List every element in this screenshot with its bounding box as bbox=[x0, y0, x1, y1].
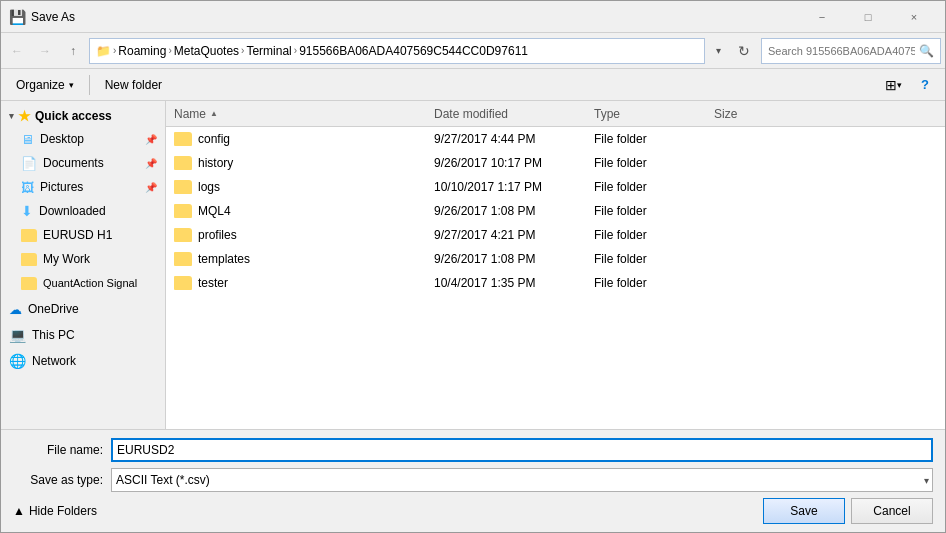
view-button[interactable]: ⊞ ▾ bbox=[877, 73, 909, 97]
sidebar-section-network: 🌐 Network bbox=[1, 349, 165, 373]
savetype-row: Save as type: ASCII Text (*.csv) ▾ bbox=[13, 468, 933, 492]
sidebar-section-quick-access: ▾ ★ Quick access 🖥 Desktop 📌 📄 Documents… bbox=[1, 105, 165, 295]
sort-arrow-icon: ▲ bbox=[210, 109, 218, 118]
address-bar: ← → ↑ 📁 › Roaming › MetaQuotes › Termina… bbox=[1, 33, 945, 69]
organize-button[interactable]: Organize ▾ bbox=[9, 73, 81, 97]
address-path[interactable]: 📁 › Roaming › MetaQuotes › Terminal › 91… bbox=[89, 38, 705, 64]
file-cell-type: File folder bbox=[594, 132, 714, 146]
sidebar-item-documents[interactable]: 📄 Documents 📌 bbox=[1, 151, 165, 175]
back-button[interactable]: ← bbox=[5, 39, 29, 63]
sidebar-item-pictures[interactable]: 🖼 Pictures 📌 bbox=[1, 175, 165, 199]
sidebar-item-documents-label: Documents bbox=[43, 156, 104, 170]
folder-icon bbox=[174, 180, 192, 194]
file-cell-date: 9/27/2017 4:44 PM bbox=[434, 132, 594, 146]
column-date-modified[interactable]: Date modified bbox=[434, 107, 594, 121]
sidebar-item-pictures-label: Pictures bbox=[40, 180, 83, 194]
sidebar-item-downloaded[interactable]: ⬇ Downloaded bbox=[1, 199, 165, 223]
table-row[interactable]: profiles 9/27/2017 4:21 PM File folder bbox=[166, 223, 945, 247]
minimize-button[interactable]: − bbox=[799, 1, 845, 33]
window-controls: − □ × bbox=[799, 1, 937, 33]
pin-icon-docs: 📌 bbox=[145, 158, 157, 169]
view-dropdown-icon: ▾ bbox=[897, 80, 902, 90]
table-row[interactable]: config 9/27/2017 4:44 PM File folder bbox=[166, 127, 945, 151]
save-button[interactable]: Save bbox=[763, 498, 845, 524]
file-cell-name: tester bbox=[174, 276, 434, 290]
documents-icon: 📄 bbox=[21, 156, 37, 171]
breadcrumb-folder-icon[interactable]: 📁 bbox=[96, 44, 111, 58]
quick-access-header[interactable]: ▾ ★ Quick access bbox=[1, 105, 165, 127]
cancel-button[interactable]: Cancel bbox=[851, 498, 933, 524]
breadcrumb-terminal[interactable]: Terminal bbox=[246, 44, 291, 58]
column-type[interactable]: Type bbox=[594, 107, 714, 121]
new-folder-label: New folder bbox=[105, 78, 162, 92]
search-icon: 🔍 bbox=[919, 44, 934, 58]
sidebar-item-onedrive[interactable]: ☁ OneDrive bbox=[1, 297, 165, 321]
downloaded-icon: ⬇ bbox=[21, 203, 33, 219]
column-name[interactable]: Name ▲ bbox=[174, 107, 434, 121]
folder-icon-eurusd bbox=[21, 229, 37, 242]
maximize-button[interactable]: □ bbox=[845, 1, 891, 33]
table-row[interactable]: tester 10/4/2017 1:35 PM File folder bbox=[166, 271, 945, 295]
new-folder-button[interactable]: New folder bbox=[98, 73, 169, 97]
sidebar-item-thispc-label: This PC bbox=[32, 328, 75, 342]
breadcrumb-roaming[interactable]: Roaming bbox=[118, 44, 166, 58]
folder-icon bbox=[174, 132, 192, 146]
file-name-text: tester bbox=[198, 276, 228, 290]
column-size[interactable]: Size bbox=[714, 107, 794, 121]
savetype-select[interactable]: ASCII Text (*.csv) bbox=[111, 468, 933, 492]
table-row[interactable]: history 9/26/2017 10:17 PM File folder bbox=[166, 151, 945, 175]
file-cell-name: history bbox=[174, 156, 434, 170]
forward-button[interactable]: → bbox=[33, 39, 57, 63]
filename-row: File name: bbox=[13, 438, 933, 462]
table-row[interactable]: logs 10/10/2017 1:17 PM File folder bbox=[166, 175, 945, 199]
file-cell-name: config bbox=[174, 132, 434, 146]
folder-icon bbox=[174, 204, 192, 218]
sidebar-item-quantaction-label: QuantAction Signal bbox=[43, 277, 137, 289]
sidebar-item-thispc[interactable]: 💻 This PC bbox=[1, 323, 165, 347]
folder-icon bbox=[174, 252, 192, 266]
sidebar-item-desktop[interactable]: 🖥 Desktop 📌 bbox=[1, 127, 165, 151]
help-button[interactable]: ? bbox=[913, 73, 937, 97]
file-cell-date: 9/26/2017 1:08 PM bbox=[434, 252, 594, 266]
thispc-icon: 💻 bbox=[9, 327, 26, 343]
column-name-label: Name bbox=[174, 107, 206, 121]
file-cell-name: templates bbox=[174, 252, 434, 266]
up-button[interactable]: ↑ bbox=[61, 39, 85, 63]
filename-input[interactable] bbox=[111, 438, 933, 462]
file-name-text: config bbox=[198, 132, 230, 146]
hide-folders-collapse-icon: ▲ bbox=[13, 504, 25, 518]
organize-label: Organize bbox=[16, 78, 65, 92]
file-cell-type: File folder bbox=[594, 180, 714, 194]
search-input[interactable] bbox=[768, 45, 915, 57]
file-name-text: logs bbox=[198, 180, 220, 194]
file-cell-name: logs bbox=[174, 180, 434, 194]
sidebar-item-network-label: Network bbox=[32, 354, 76, 368]
breadcrumb: 📁 › Roaming › MetaQuotes › Terminal › 91… bbox=[96, 44, 528, 58]
refresh-button[interactable]: ↻ bbox=[731, 38, 757, 64]
sidebar-item-eurusd[interactable]: EURUSD H1 bbox=[1, 223, 165, 247]
toolbar: Organize ▾ New folder ⊞ ▾ ? bbox=[1, 69, 945, 101]
search-box[interactable]: 🔍 bbox=[761, 38, 941, 64]
address-dropdown-button[interactable]: ▾ bbox=[709, 39, 727, 63]
column-size-label: Size bbox=[714, 107, 737, 121]
sidebar-item-network[interactable]: 🌐 Network bbox=[1, 349, 165, 373]
close-button[interactable]: × bbox=[891, 1, 937, 33]
folder-icon bbox=[174, 228, 192, 242]
sidebar-item-downloaded-label: Downloaded bbox=[39, 204, 106, 218]
filename-label: File name: bbox=[13, 443, 103, 457]
save-label: Save bbox=[790, 504, 817, 518]
breadcrumb-hash[interactable]: 915566BA06ADA407569C544CC0D97611 bbox=[299, 44, 528, 58]
table-row[interactable]: MQL4 9/26/2017 1:08 PM File folder bbox=[166, 199, 945, 223]
breadcrumb-metaquotes[interactable]: MetaQuotes bbox=[174, 44, 239, 58]
desktop-icon: 🖥 bbox=[21, 132, 34, 147]
cancel-label: Cancel bbox=[873, 504, 910, 518]
file-cell-type: File folder bbox=[594, 252, 714, 266]
sidebar-item-mywork[interactable]: My Work bbox=[1, 247, 165, 271]
folder-icon bbox=[174, 156, 192, 170]
table-row[interactable]: templates 9/26/2017 1:08 PM File folder bbox=[166, 247, 945, 271]
file-rows-container: config 9/27/2017 4:44 PM File folder his… bbox=[166, 127, 945, 295]
hide-folders-button[interactable]: ▲ Hide Folders bbox=[13, 504, 97, 518]
sidebar-item-quantaction[interactable]: QuantAction Signal bbox=[1, 271, 165, 295]
pictures-icon: 🖼 bbox=[21, 180, 34, 195]
folder-icon-mywork bbox=[21, 253, 37, 266]
